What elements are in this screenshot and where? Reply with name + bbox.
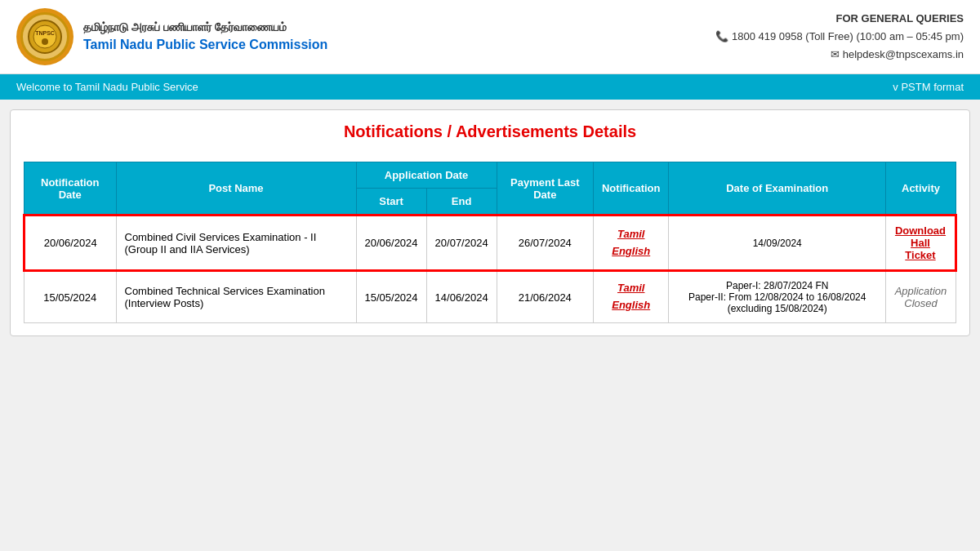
col-date-of-exam: Date of Examination — [669, 162, 885, 216]
header-tamil-text: தமிழ்நாடு அரசுப் பணியாளர் தேர்வாணையம் — [83, 20, 327, 36]
english-link[interactable]: English — [612, 245, 650, 257]
notifications-table: Notification Date Post Name Application … — [23, 162, 957, 323]
page-title: Notifications / Advertisements Details — [23, 122, 957, 149]
header-text: தமிழ்நாடு அரசுப் பணியாளர் தேர்வாணையம் Ta… — [83, 20, 327, 54]
date-of-exam-cell: 14/09/2024 — [669, 216, 885, 271]
app-end-cell: 20/07/2024 — [426, 216, 497, 271]
payment-last-cell: 21/06/2024 — [497, 271, 593, 323]
post-name-cell: Combined Technical Services Examination … — [116, 271, 356, 323]
tamil-link[interactable]: Tamil — [617, 228, 644, 240]
col-payment-last: Payment Last Date — [497, 162, 593, 216]
table-row: 15/05/2024Combined Technical Services Ex… — [24, 271, 956, 323]
phone-number: 1800 419 0958 (Toll Free) (10:00 am – 05… — [715, 28, 964, 46]
svg-point-3 — [42, 38, 48, 45]
header-contact: FOR GENERAL QUERIES 1800 419 0958 (Toll … — [715, 10, 964, 64]
col-notification-date: Notification Date — [24, 162, 117, 216]
table-row: 20/06/2024Combined Civil Services Examin… — [24, 216, 956, 271]
app-start-cell: 20/06/2024 — [356, 216, 426, 271]
main-content: Notifications / Advertisements Details N… — [10, 109, 970, 336]
tamil-link[interactable]: Tamil — [617, 282, 644, 294]
ticker-bar: Welcome to Tamil Nadu Public Service v P… — [0, 74, 980, 100]
date-of-exam-cell: Paper-I: 28/07/2024 FN Paper-II: From 12… — [669, 271, 885, 323]
notification-link-cell[interactable]: TamilEnglish — [593, 216, 669, 271]
col-activity: Activity — [885, 162, 956, 216]
ticker-left: Welcome to Tamil Nadu Public Service — [16, 81, 198, 93]
app-end-cell: 14/06/2024 — [426, 271, 497, 323]
svg-text:TNPSC: TNPSC — [35, 30, 55, 36]
application-closed-label: ApplicationClosed — [895, 285, 947, 309]
notification-link-cell[interactable]: TamilEnglish — [593, 271, 669, 323]
col-app-end: End — [426, 189, 497, 216]
queries-title: FOR GENERAL QUERIES — [715, 10, 964, 28]
ticker-right: v PSTM format — [893, 81, 964, 93]
site-header: TNPSC தமிழ்நாடு அரசுப் பணியாளர் தேர்வாணை… — [0, 0, 980, 74]
download-hall-ticket-link[interactable]: DownloadHall Ticket — [895, 224, 946, 261]
logo: TNPSC — [16, 8, 74, 65]
col-app-start: Start — [356, 189, 426, 216]
activity-cell[interactable]: ApplicationClosed — [885, 271, 956, 323]
col-post-name: Post Name — [116, 162, 356, 216]
header-english-text: Tamil Nadu Public Service Commission — [83, 36, 327, 54]
payment-last-cell: 26/07/2024 — [497, 216, 593, 271]
english-link[interactable]: English — [612, 299, 650, 311]
post-name-cell: Combined Civil Services Examination - II… — [116, 216, 356, 271]
notification-date-cell: 15/05/2024 — [24, 271, 117, 323]
activity-cell[interactable]: DownloadHall Ticket — [885, 216, 956, 271]
header-left: TNPSC தமிழ்நாடு அரசுப் பணியாளர் தேர்வாணை… — [16, 8, 327, 65]
col-app-date: Application Date — [356, 162, 497, 189]
email-address: helpdesk@tnpscexams.in — [715, 46, 964, 64]
app-start-cell: 15/05/2024 — [356, 271, 426, 323]
notification-date-cell: 20/06/2024 — [24, 216, 117, 271]
col-notification: Notification — [593, 162, 669, 216]
